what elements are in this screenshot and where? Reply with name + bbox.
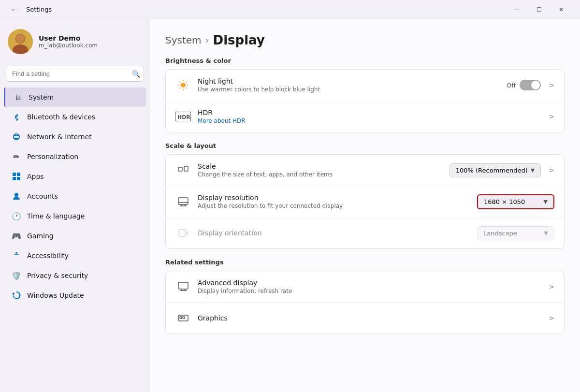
user-info: User Demo m_lab@outlook.com (39, 34, 98, 49)
scale-chevron: > (549, 166, 554, 174)
avatar (8, 29, 33, 54)
breadcrumb: System › Display (165, 33, 565, 47)
graphics-label: Graphics (198, 314, 545, 322)
svg-rect-29 (179, 230, 186, 236)
toggle-knob (531, 81, 540, 89)
search-input[interactable] (6, 66, 144, 82)
advanced-display-control: > (545, 283, 554, 290)
scale-control: 100% (Recommended) ▼ > (450, 163, 554, 177)
orientation-text: Display orientation (198, 229, 477, 237)
graphics-chevron: > (549, 314, 554, 322)
night-light-chevron: > (549, 81, 554, 89)
resolution-dropdown[interactable]: 1680 × 1050 ▼ (477, 194, 554, 209)
svg-rect-23 (184, 166, 188, 171)
advanced-display-label: Advanced display (198, 279, 545, 287)
advanced-display-row[interactable]: Advanced display Display information, re… (166, 271, 564, 303)
search-icon[interactable]: 🔍 (132, 70, 140, 78)
accessibility-icon (12, 251, 21, 261)
minimize-button[interactable]: — (506, 2, 528, 17)
night-light-toggle[interactable] (520, 80, 541, 90)
svg-rect-5 (17, 173, 20, 176)
svg-rect-6 (13, 177, 16, 180)
svg-rect-22 (178, 167, 182, 171)
update-icon (12, 290, 21, 300)
related-section-title: Related settings (165, 259, 565, 266)
advanced-display-desc: Display information, refresh rate (198, 288, 545, 294)
sidebar-item-personalization[interactable]: ✏️ Personalization (4, 147, 146, 166)
scale-label: Scale (198, 162, 450, 170)
resolution-dropdown-arrow: ▼ (544, 199, 548, 205)
search-box: 🔍 (6, 66, 144, 82)
night-light-toggle-label: Off (507, 82, 516, 89)
svg-point-3 (16, 34, 25, 43)
sidebar-item-apps[interactable]: Apps (4, 167, 146, 186)
breadcrumb-parent: System (165, 34, 202, 46)
sidebar-item-network[interactable]: Network & internet (4, 127, 146, 146)
scale-text: Scale Change the size of text, apps, and… (198, 162, 450, 178)
night-light-desc: Use warmer colors to help block blue lig… (198, 86, 507, 93)
sidebar-item-gaming[interactable]: 🎮 Gaming (4, 226, 146, 246)
scale-section-title: Scale & layout (165, 142, 565, 149)
orientation-dropdown: Landscape ▼ (477, 226, 554, 240)
display-resolution-row[interactable]: Display resolution Adjust the resolution… (166, 186, 564, 218)
resolution-label: Display resolution (198, 194, 477, 202)
hdr-label: HDR (198, 109, 545, 116)
back-button[interactable]: ← (8, 4, 21, 15)
sidebar-item-accessibility[interactable]: Accessibility (4, 246, 146, 265)
sidebar-nav: 🖥 System Bluetooth & devices Network & i… (0, 87, 150, 305)
night-light-text: Night light Use warmer colors to help bl… (198, 77, 507, 93)
resolution-control: 1680 × 1050 ▼ (477, 194, 554, 209)
scale-desc: Change the size of text, apps, and other… (198, 171, 450, 178)
sidebar-item-bluetooth[interactable]: Bluetooth & devices (4, 107, 146, 127)
scale-dropdown[interactable]: 100% (Recommended) ▼ (450, 163, 541, 177)
svg-point-9 (15, 252, 17, 254)
sidebar-label-privacy: Privacy & security (27, 272, 88, 279)
sidebar-item-update[interactable]: Windows Update (4, 286, 146, 305)
user-profile[interactable]: User Demo m_lab@outlook.com (0, 19, 150, 64)
svg-rect-4 (13, 173, 16, 176)
scale-value: 100% (Recommended) (456, 167, 528, 174)
scale-dropdown-arrow: ▼ (531, 167, 535, 174)
gaming-icon: 🎮 (12, 231, 21, 241)
hdr-control: > (545, 113, 554, 120)
resolution-icon (175, 194, 191, 209)
svg-rect-36 (183, 317, 185, 319)
close-button[interactable]: ✕ (550, 2, 572, 17)
orientation-label: Display orientation (198, 229, 477, 237)
advanced-display-chevron: > (549, 283, 554, 290)
hdr-row[interactable]: HDR HDR More about HDR > (166, 101, 564, 132)
hdr-desc[interactable]: More about HDR (198, 117, 545, 124)
graphics-text: Graphics (198, 314, 545, 322)
brightness-card: Night light Use warmer colors to help bl… (165, 69, 565, 132)
network-icon (12, 132, 21, 142)
svg-rect-35 (180, 317, 182, 319)
time-icon: 🕐 (12, 211, 21, 221)
sidebar-label-gaming: Gaming (27, 232, 54, 240)
sidebar-label-accounts: Accounts (27, 192, 58, 200)
sidebar-label-system: System (29, 93, 54, 101)
content-area: System › Display Brightness & color (150, 19, 580, 392)
sidebar-item-system[interactable]: 🖥 System (4, 87, 146, 107)
graphics-control: > (545, 314, 554, 322)
night-light-label: Night light (198, 77, 507, 85)
title-bar: ← Settings — ☐ ✕ (0, 0, 580, 19)
advanced-display-text: Advanced display Display information, re… (198, 279, 545, 294)
hdr-chevron: > (549, 113, 554, 120)
sidebar-item-privacy[interactable]: 🛡️ Privacy & security (4, 266, 146, 285)
scale-row[interactable]: Scale Change the size of text, apps, and… (166, 155, 564, 186)
window-controls: — ☐ ✕ (506, 2, 572, 17)
orientation-row: Display orientation Landscape ▼ (166, 218, 564, 248)
graphics-row[interactable]: Graphics > (166, 303, 564, 334)
maximize-button[interactable]: ☐ (528, 2, 550, 17)
orientation-icon (175, 225, 191, 241)
accounts-icon (12, 191, 21, 201)
sidebar-label-bluetooth: Bluetooth & devices (27, 113, 95, 121)
sidebar-item-accounts[interactable]: Accounts (4, 187, 146, 206)
sidebar-item-time[interactable]: 🕐 Time & language (4, 206, 146, 226)
resolution-value: 1680 × 1050 (484, 198, 525, 205)
sidebar-label-apps: Apps (27, 173, 44, 180)
privacy-icon: 🛡️ (12, 271, 21, 280)
night-light-row[interactable]: Night light Use warmer colors to help bl… (166, 70, 564, 101)
user-name: User Demo (39, 34, 98, 42)
sidebar-label-personalization: Personalization (27, 153, 78, 160)
